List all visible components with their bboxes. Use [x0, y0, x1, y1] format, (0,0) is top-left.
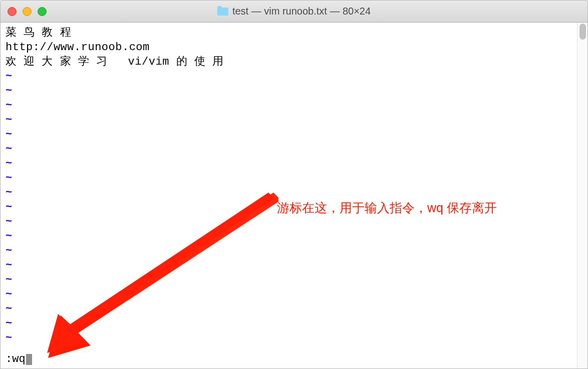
folder-icon [217, 8, 228, 16]
terminal-body[interactable]: 菜 鸟 教 程http://www.runoob.com欢 迎 大 家 学 习 … [1, 23, 587, 368]
window-title: test — vim runoob.txt — 80×24 [232, 6, 371, 17]
tilde-line: ~ [6, 258, 582, 273]
tilde-line: ~ [6, 98, 582, 113]
editor-line: http://www.runoob.com [6, 40, 582, 55]
tilde-line: ~ [6, 69, 582, 84]
titlebar[interactable]: test — vim runoob.txt — 80×24 [1, 1, 587, 23]
tilde-line: ~ [6, 273, 582, 287]
vim-command-line[interactable]: :wq [6, 352, 32, 366]
tilde-line: ~ [6, 142, 582, 156]
tilde-line: ~ [6, 113, 582, 127]
close-button[interactable] [8, 7, 17, 16]
tilde-line: ~ [6, 156, 582, 171]
tilde-line: ~ [6, 316, 582, 331]
tilde-line: ~ [6, 244, 582, 258]
editor-line: 欢 迎 大 家 学 习 vi/vim 的 使 用 [6, 55, 582, 69]
command-text: :wq [6, 352, 26, 366]
editor-line: 菜 鸟 教 程 [6, 26, 582, 40]
window-title-area: test — vim runoob.txt — 80×24 [217, 6, 371, 17]
tilde-line: ~ [6, 171, 582, 186]
tilde-line: ~ [6, 186, 582, 200]
traffic-lights [1, 7, 47, 16]
minimize-button[interactable] [23, 7, 32, 16]
tilde-line: ~ [6, 127, 582, 142]
scrollbar-thumb[interactable] [579, 24, 586, 40]
tilde-line: ~ [6, 302, 582, 316]
cursor-block [26, 354, 32, 365]
tilde-line: ~ [6, 229, 582, 244]
maximize-button[interactable] [38, 7, 47, 16]
tilde-line: ~ [6, 331, 582, 345]
tilde-line: ~ [6, 84, 582, 98]
annotation-text: 游标在这，用于输入指令，wq 保存离开 [277, 201, 497, 215]
scrollbar-track[interactable] [577, 23, 587, 368]
terminal-window: test — vim runoob.txt — 80×24 菜 鸟 教 程htt… [0, 0, 588, 369]
tilde-line: ~ [6, 215, 582, 229]
tilde-line: ~ [6, 287, 582, 302]
